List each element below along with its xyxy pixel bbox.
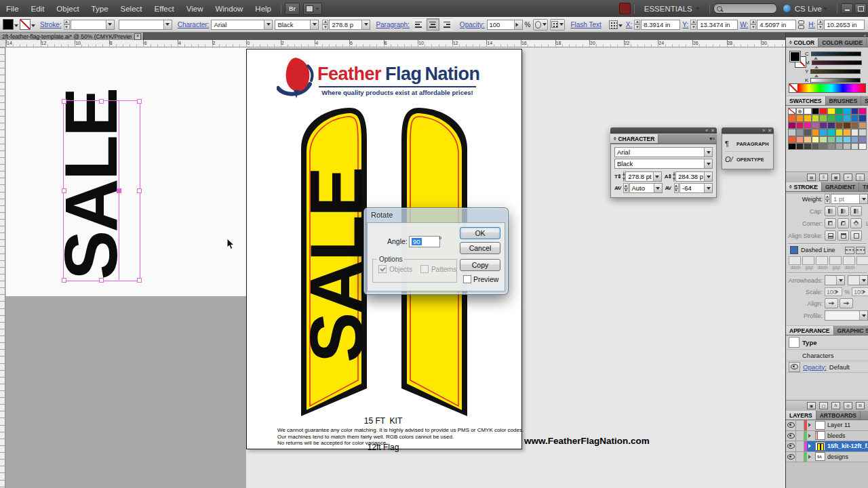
stroke-weight-stepper[interactable] xyxy=(64,20,70,30)
h-link[interactable]: H: xyxy=(808,21,815,28)
vertical-ruler[interactable] xyxy=(0,47,5,488)
pasteboard-gray[interactable] xyxy=(5,296,246,488)
visibility-eye-icon[interactable] xyxy=(786,431,796,441)
color-swatch[interactable] xyxy=(819,115,827,121)
color-swatch[interactable] xyxy=(827,143,835,150)
color-swatch[interactable] xyxy=(859,115,867,121)
align-arrow-tip-button[interactable] xyxy=(825,298,838,308)
x-field[interactable]: 8.3914 in xyxy=(641,20,680,30)
tab-symbols[interactable]: SYMBOLS xyxy=(861,96,868,105)
color-swatch[interactable] xyxy=(843,136,851,143)
selection-handle[interactable] xyxy=(137,99,142,104)
color-swatch[interactable] xyxy=(843,108,851,115)
layer-row[interactable]: bleeds xyxy=(786,431,868,442)
horizontal-ruler[interactable]: 1412108642024681012141618202224262830 xyxy=(0,40,785,47)
tab-layers[interactable]: LAYERS xyxy=(786,411,816,420)
color-swatch[interactable] xyxy=(851,108,859,115)
weight-stepper[interactable] xyxy=(825,194,830,204)
color-swatch[interactable] xyxy=(827,115,835,121)
layer-name[interactable]: designs xyxy=(827,453,848,460)
opentype-panel-button[interactable]: O/ OPENTYPE xyxy=(725,152,770,167)
font-family-select[interactable]: Arial xyxy=(614,147,713,157)
disclosure-triangle-icon[interactable] xyxy=(808,455,813,459)
selection-handle[interactable] xyxy=(62,99,66,104)
flash-text-link[interactable]: Flash Text xyxy=(570,21,601,28)
color-swatch[interactable] xyxy=(788,115,796,121)
menu-item[interactable]: File xyxy=(0,0,25,17)
close-icon[interactable]: ✕ xyxy=(768,128,772,134)
slider-marker[interactable] xyxy=(814,73,818,77)
visibility-eye-icon[interactable] xyxy=(789,362,800,372)
color-swatch[interactable] xyxy=(796,143,804,150)
y-link[interactable]: Y: xyxy=(682,21,688,28)
font-size-value[interactable]: 278.8 pt xyxy=(625,171,661,182)
selection-center-point[interactable] xyxy=(117,188,121,193)
layer-row-selected[interactable]: 15ft_kit-12ft_f... xyxy=(786,441,868,452)
tab-transparency[interactable]: TRANSPARENCY xyxy=(859,182,868,191)
color-swatch[interactable] xyxy=(788,143,796,150)
disclosure-triangle-icon[interactable] xyxy=(808,423,813,427)
layer-row[interactable]: Layer 11 xyxy=(786,420,868,431)
selection-bounding-box[interactable] xyxy=(63,100,140,281)
preview-checkbox[interactable] xyxy=(463,275,471,283)
font-size-combo[interactable]: 278.8 p xyxy=(329,20,370,30)
color-swatch[interactable] xyxy=(843,129,851,136)
tab-brushes[interactable]: BRUSHES xyxy=(826,96,862,105)
dash-field[interactable] xyxy=(789,256,801,265)
cyan-slider[interactable] xyxy=(811,52,861,56)
stroke-color-swatch[interactable] xyxy=(20,19,31,30)
color-swatch[interactable] xyxy=(796,136,804,143)
cap-butt-button[interactable] xyxy=(825,206,836,216)
lock-toggle[interactable] xyxy=(796,441,804,451)
collapsed-panel-group[interactable]: » ✕ ¶ PARAGRAPH O/ OPENTYPE xyxy=(722,127,774,169)
color-swatch[interactable] xyxy=(804,143,812,150)
color-swatch[interactable] xyxy=(859,122,867,129)
character-link[interactable]: Character: xyxy=(178,21,210,28)
dash-field[interactable] xyxy=(816,256,828,265)
font-style-combo[interactable]: Black xyxy=(275,20,319,30)
ok-button[interactable]: OK xyxy=(460,227,500,239)
leading-value[interactable]: 284.38 p xyxy=(675,171,713,182)
color-swatch[interactable] xyxy=(812,115,820,121)
color-swatch[interactable] xyxy=(843,143,851,150)
appearance-row-type[interactable]: Type xyxy=(786,336,868,350)
tab-gradient[interactable]: GRADIENT xyxy=(822,182,859,191)
registration-swatch[interactable]: ⊕ xyxy=(796,108,804,115)
arrowhead-end-combo[interactable] xyxy=(848,275,868,285)
cs-live-button[interactable]: CS Live xyxy=(777,0,833,17)
reference-point-locator[interactable] xyxy=(609,20,618,29)
color-swatch[interactable] xyxy=(835,129,844,136)
leading-stepper[interactable] xyxy=(673,171,675,182)
color-swatch[interactable] xyxy=(804,108,812,115)
w-field[interactable]: 4.5097 in xyxy=(757,20,796,30)
swatch-kinds-icon[interactable]: ≡ xyxy=(819,174,828,181)
y-stepper[interactable] xyxy=(690,20,696,30)
menu-item[interactable]: Help xyxy=(249,0,277,17)
menu-item[interactable]: Edit xyxy=(25,0,51,17)
color-swatch[interactable] xyxy=(804,129,812,136)
color-swatch[interactable] xyxy=(851,122,859,129)
color-swatch[interactable] xyxy=(796,122,804,129)
fill-dropdown-icon[interactable] xyxy=(14,24,18,29)
color-swatch[interactable] xyxy=(804,136,812,143)
panel-titlebar[interactable]: « ✕ xyxy=(610,127,717,134)
kerning-stepper[interactable] xyxy=(623,183,629,193)
corner-bevel-button[interactable] xyxy=(850,218,862,228)
scale-end-field[interactable]: 100 xyxy=(852,287,868,296)
kerning-value[interactable]: Auto xyxy=(629,183,663,193)
disclosure-triangle-icon[interactable] xyxy=(808,434,813,438)
tab-appearance[interactable]: APPEARANCE xyxy=(786,326,834,335)
h-field[interactable]: 10.2653 in xyxy=(824,20,865,30)
h-stepper[interactable] xyxy=(817,20,823,30)
menu-item[interactable]: Window xyxy=(209,0,249,17)
visibility-eye-icon[interactable] xyxy=(786,420,796,430)
color-swatch[interactable] xyxy=(788,129,796,136)
menu-item[interactable]: View xyxy=(180,0,210,17)
tab-color[interactable]: ◊ COLOR xyxy=(786,38,818,47)
red-icon-button[interactable] xyxy=(619,3,631,14)
expand-icon[interactable]: » xyxy=(762,128,765,133)
menu-item[interactable]: Type xyxy=(85,0,115,17)
color-swatch[interactable] xyxy=(851,143,859,150)
selection-handle[interactable] xyxy=(62,188,66,193)
selection-handle[interactable] xyxy=(99,278,104,283)
